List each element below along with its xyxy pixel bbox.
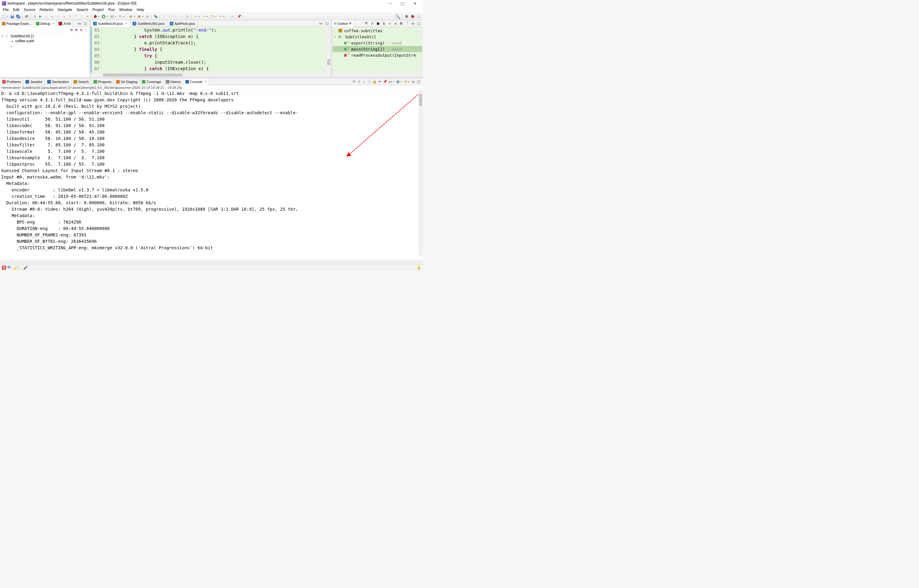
outline-hide-static-icon[interactable]: S (381, 21, 387, 26)
suspend-button[interactable]: ⏸ (44, 14, 49, 19)
pin-button[interactable]: 📌 (236, 14, 242, 19)
console-remove-icon[interactable]: ✖ (351, 79, 356, 84)
debug-tree-item[interactable]: ▾□SubtitlesUtil [J (1, 34, 89, 39)
tab-progress[interactable]: Progress (91, 78, 114, 85)
outline-item[interactable]: Sexport(String) : void (333, 40, 422, 46)
outline-menu-icon[interactable]: ⋮ (404, 21, 410, 26)
debug-tree-item[interactable]: ⚭coffee.subti (1, 39, 89, 44)
debug-tree-menu-icon[interactable]: ⋮ (84, 27, 88, 32)
console-vscroll[interactable] (418, 90, 423, 255)
disconnect-button[interactable]: ⚮ (55, 14, 61, 19)
tab-debug[interactable]: Debug✕ (34, 20, 57, 27)
tab-gitstaging[interactable]: Git Staging (114, 78, 140, 85)
outline-hide-local-icon[interactable]: ● (393, 21, 398, 26)
editor-maximize-icon[interactable]: ▢ (324, 21, 329, 26)
search-button[interactable]: 🔦 (153, 14, 158, 19)
menu-file[interactable]: File (1, 7, 11, 13)
open-perspective-button[interactable]: ⊞ (404, 14, 409, 19)
open-type-button[interactable]: ◎ (145, 14, 150, 19)
access-search-icon[interactable]: 🔍 (395, 14, 401, 19)
debug-perspective-button[interactable]: 🐞 (410, 14, 415, 19)
console-pin-icon[interactable]: 📌 (383, 79, 388, 84)
view-max-icon[interactable]: ▢ (83, 21, 88, 26)
terminate-button[interactable]: ■ (49, 14, 55, 19)
maximize-button[interactable]: ▢ (396, 0, 409, 7)
keyboard-icon[interactable]: °, (18, 265, 22, 270)
console-open-icon[interactable]: ▦ (396, 79, 401, 84)
word-wrap-button[interactable]: ↵ (179, 14, 184, 19)
code-editor[interactable]: 8182838485868788 System.out.println("-en… (90, 27, 331, 73)
menu-edit[interactable]: Edit (11, 7, 21, 13)
drop-frame-button[interactable]: ⤴ (78, 14, 84, 19)
console-max-icon[interactable]: ▢ (416, 79, 421, 84)
step-return-button[interactable]: ↗ (73, 14, 78, 19)
tip-icon[interactable]: 💡 (417, 265, 421, 270)
tab-coverage[interactable]: Coverage (140, 78, 163, 85)
console-min-icon[interactable]: ▭ (411, 79, 416, 84)
close-icon[interactable]: ✕ (204, 80, 207, 83)
tab-junit[interactable]: JUnit (57, 20, 73, 27)
console-clear-icon[interactable]: 🗑 (367, 79, 372, 84)
outline-hide-fields-icon[interactable]: ▣ (375, 21, 381, 26)
outline-link-icon[interactable]: ⧉ (399, 21, 404, 26)
editor-tab[interactable]: JSubtitlesUtil.java✕ (90, 20, 130, 27)
annotation-prev-button[interactable]: ⇠ (193, 14, 198, 19)
run-button[interactable] (101, 14, 106, 19)
minimize-button[interactable]: ─ (384, 0, 396, 7)
step-into-button[interactable]: ↘ (61, 14, 66, 19)
debug-tree-remove-icon[interactable]: ✖ (74, 27, 78, 32)
close-icon[interactable]: ✕ (52, 22, 55, 25)
console-show-icon[interactable]: ▭ (388, 79, 393, 84)
menu-refactor[interactable]: Refactor (37, 7, 55, 13)
forward-button[interactable]: ⇨ (226, 14, 231, 19)
annotation-next-button[interactable]: ⇢ (201, 14, 207, 19)
tab-outline[interactable]: ⧉ Outline ✕ (332, 20, 354, 27)
mic-icon[interactable]: 🎤 (23, 265, 27, 270)
menu-project[interactable]: Project (90, 7, 106, 13)
console-new-icon[interactable]: ⊕ (403, 79, 408, 84)
close-icon[interactable]: ✕ (125, 22, 128, 25)
outline-item[interactable]: Smain(String[]) : void (333, 46, 422, 52)
console-wordwrap-icon[interactable]: ↵ (377, 79, 382, 84)
tab-packageexplo[interactable]: Package Explo... (0, 20, 34, 27)
menu-window[interactable]: Window (117, 7, 134, 13)
ime-icon[interactable]: S (2, 265, 6, 270)
run-last-button[interactable]: ⟳ (117, 14, 123, 19)
console-scroll-lock-icon[interactable]: 🔒 (372, 79, 377, 84)
menu-search[interactable]: Search (74, 7, 90, 13)
console-output[interactable]: D: & cd D:\JavaOption\ffmpeg-4.3.1-full_… (0, 90, 346, 260)
outline-sort-icon[interactable]: ⇵ (370, 21, 375, 26)
outline-item[interactable]: SreadProcessOutput(InputStre (333, 52, 422, 58)
tab-history[interactable]: History (163, 78, 183, 85)
outline-hscroll[interactable] (332, 73, 423, 77)
outline-item[interactable]: coffee.subtitles (333, 27, 422, 34)
menu-help[interactable]: Help (134, 7, 147, 13)
close-icon[interactable]: ✕ (349, 21, 352, 26)
debug-tree-removeall-icon[interactable]: ⊗ (79, 27, 83, 32)
toggle-mark-button[interactable]: ✎ (161, 14, 166, 19)
editor-hscroll[interactable] (90, 73, 331, 77)
new-button[interactable] (1, 14, 7, 19)
ime-lang[interactable]: 中 (7, 265, 11, 270)
close-button[interactable]: ✕ (409, 0, 421, 7)
menu-source[interactable]: Source (21, 7, 37, 13)
step-filter-button[interactable]: ⇥ (84, 14, 90, 19)
editor-tab[interactable]: JApkPack.java (167, 20, 198, 27)
tab-search[interactable]: Search (71, 78, 91, 85)
toggle-block-button[interactable]: ▭ (167, 14, 173, 19)
outline-min-icon[interactable]: ▭ (410, 21, 416, 26)
last-edit-button[interactable]: ✎⇠ (212, 14, 217, 19)
new-package-button[interactable]: ▣ (136, 14, 142, 19)
debug-tree-collapse-icon[interactable]: ⊟ (69, 27, 74, 32)
tab-javadoc[interactable]: Javadoc (23, 78, 45, 85)
java-perspective-button[interactable]: J (416, 14, 422, 19)
switch-button[interactable]: ⇄ (24, 14, 29, 19)
step-over-button[interactable]: ↷ (67, 14, 72, 19)
console-removeall-icon[interactable]: ⊗ (357, 79, 362, 84)
tab-problems[interactable]: Problems (0, 78, 23, 85)
console-hscroll[interactable] (0, 260, 423, 264)
debug-tree-item[interactable]: ▪ (1, 44, 89, 48)
editor-tab[interactable]: JSubtitlesUtil2.java (130, 20, 167, 27)
menu-navigate[interactable]: Navigate (55, 7, 74, 13)
resume-button[interactable]: ▶ (38, 14, 43, 19)
